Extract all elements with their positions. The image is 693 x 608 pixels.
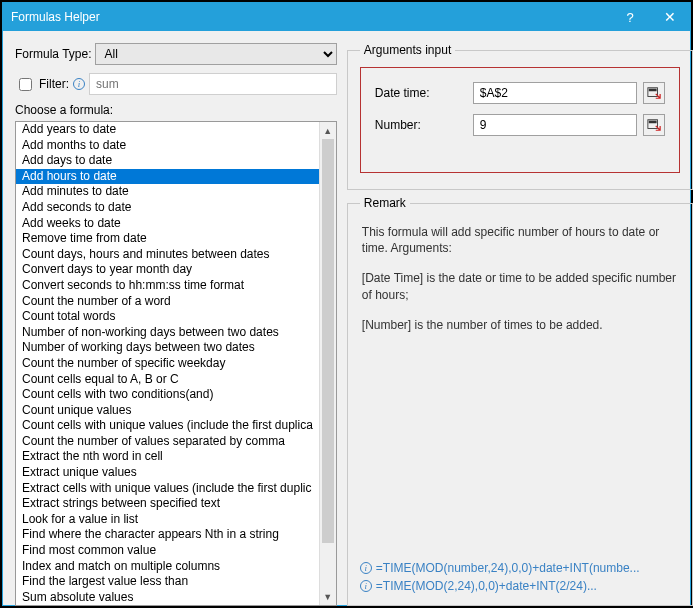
formula-type-row: Formula Type: All	[15, 43, 337, 65]
list-item[interactable]: Extract strings between specified text	[16, 496, 319, 512]
info-icon: i	[360, 580, 372, 592]
arguments-legend: Arguments input	[360, 43, 455, 57]
formula-line: i=TIME(MOD(number,24),0,0)+date+INT(numb…	[360, 561, 680, 575]
list-item[interactable]: Index and match on multiple columns	[16, 559, 319, 575]
list-item[interactable]: Add minutes to date	[16, 184, 319, 200]
svg-rect-3	[649, 121, 657, 124]
list-item[interactable]: Count cells with unique values (include …	[16, 418, 319, 434]
scroll-track[interactable]	[320, 139, 336, 588]
list-item[interactable]: Count total words	[16, 309, 319, 325]
info-icon[interactable]: i	[73, 78, 85, 90]
scrollbar[interactable]: ▲ ▼	[319, 122, 336, 605]
dialog-window: Formulas Helper ? ✕ Formula Type: All Fi…	[2, 2, 691, 606]
info-icon: i	[360, 562, 372, 574]
formula-text: =TIME(MOD(2,24),0,0)+date+INT(2/24)...	[376, 579, 597, 593]
formula-preview: i=TIME(MOD(number,24),0,0)+date+INT(numb…	[360, 557, 680, 593]
list-item[interactable]: Look for a value in list	[16, 512, 319, 528]
list-item[interactable]: Number of working days between two dates	[16, 340, 319, 356]
close-button[interactable]: ✕	[650, 3, 690, 31]
formula-text: =TIME(MOD(number,24),0,0)+date+INT(numbe…	[376, 561, 640, 575]
formula-type-label: Formula Type:	[15, 47, 91, 61]
list-item[interactable]: Count unique values	[16, 403, 319, 419]
remark-paragraph: This formula will add specific number of…	[362, 224, 678, 256]
filter-checkbox[interactable]	[19, 78, 32, 91]
argument-label: Date time:	[375, 86, 467, 100]
remark-paragraph: [Number] is the number of times to be ad…	[362, 317, 678, 333]
filter-input[interactable]	[89, 73, 337, 95]
filter-label: Filter:	[39, 77, 69, 91]
title-bar: Formulas Helper ? ✕	[3, 3, 690, 31]
list-item[interactable]: Count the number of a word	[16, 294, 319, 310]
range-picker-button[interactable]	[643, 82, 665, 104]
list-item[interactable]: Find most common value	[16, 543, 319, 559]
scroll-thumb[interactable]	[322, 139, 334, 543]
argument-input[interactable]	[473, 114, 637, 136]
left-panel: Formula Type: All Filter: i Choose a for…	[15, 43, 337, 606]
list-item[interactable]: Add years to date	[16, 122, 319, 138]
remark-text: This formula will add specific number of…	[360, 220, 680, 557]
argument-label: Number:	[375, 118, 467, 132]
list-item[interactable]: Extract unique values	[16, 465, 319, 481]
formula-listbox: Add years to dateAdd months to dateAdd d…	[15, 121, 337, 606]
scroll-up-icon[interactable]: ▲	[320, 122, 336, 139]
list-item[interactable]: Count the number of values separated by …	[16, 434, 319, 450]
list-item[interactable]: Number of non-working days between two d…	[16, 325, 319, 341]
list-item[interactable]: Find where the character appears Nth in …	[16, 527, 319, 543]
list-item[interactable]: Count cells with two conditions(and)	[16, 387, 319, 403]
list-item[interactable]: Count the number of specific weekday	[16, 356, 319, 372]
list-item[interactable]: Extract the nth word in cell	[16, 449, 319, 465]
right-panel: Arguments input Date time:Number: Remark…	[347, 43, 693, 606]
formula-type-select[interactable]: All	[95, 43, 336, 65]
help-button[interactable]: ?	[610, 3, 650, 31]
argument-row: Number:	[375, 114, 665, 136]
dialog-title: Formulas Helper	[11, 10, 610, 24]
list-item[interactable]: Add weeks to date	[16, 216, 319, 232]
scroll-down-icon[interactable]: ▼	[320, 588, 336, 605]
range-picker-button[interactable]	[643, 114, 665, 136]
list-item[interactable]: Add days to date	[16, 153, 319, 169]
list-item[interactable]: Add months to date	[16, 138, 319, 154]
list-item[interactable]: Count days, hours and minutes between da…	[16, 247, 319, 263]
remark-legend: Remark	[360, 196, 410, 210]
remark-paragraph: [Date Time] is the date or time to be ad…	[362, 270, 678, 302]
list-item[interactable]: Sum absolute values	[16, 590, 319, 606]
formula-list: Add years to dateAdd months to dateAdd d…	[16, 122, 319, 605]
remark-group: Remark This formula will add specific nu…	[347, 196, 693, 606]
list-item[interactable]: Convert seconds to hh:mm:ss time format	[16, 278, 319, 294]
list-item[interactable]: Add seconds to date	[16, 200, 319, 216]
choose-formula-label: Choose a formula:	[15, 103, 337, 117]
list-item[interactable]: Extract cells with unique values (includ…	[16, 481, 319, 497]
list-item[interactable]: Remove time from date	[16, 231, 319, 247]
arguments-group: Arguments input Date time:Number:	[347, 43, 693, 190]
list-item[interactable]: Find the largest value less than	[16, 574, 319, 590]
list-item[interactable]: Convert days to year month day	[16, 262, 319, 278]
dialog-body: Formula Type: All Filter: i Choose a for…	[3, 31, 690, 608]
svg-rect-1	[649, 89, 657, 92]
list-item[interactable]: Add hours to date	[16, 169, 319, 185]
formula-line: i=TIME(MOD(2,24),0,0)+date+INT(2/24)...	[360, 579, 680, 593]
list-item[interactable]: Count cells equal to A, B or C	[16, 372, 319, 388]
argument-row: Date time:	[375, 82, 665, 104]
arguments-box: Date time:Number:	[360, 67, 680, 173]
argument-input[interactable]	[473, 82, 637, 104]
filter-row: Filter: i	[15, 73, 337, 95]
